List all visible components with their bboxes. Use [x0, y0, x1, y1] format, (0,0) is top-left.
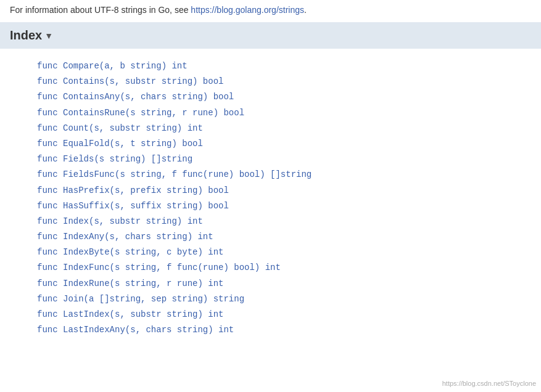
top-info-section: For information about UTF-8 strings in G… [0, 0, 541, 22]
index-header: Index ▼ [0, 22, 541, 49]
top-info-trailing: . [304, 5, 307, 15]
func-link[interactable]: func Index(s, substr string) int [37, 214, 541, 229]
func-link[interactable]: func Join(a []string, sep string) string [37, 292, 541, 307]
func-link[interactable]: func IndexFunc(s string, f func(rune) bo… [37, 260, 541, 276]
top-info-link[interactable]: https://blog.golang.org/strings [191, 5, 304, 15]
func-link[interactable]: func ContainsAny(s, chars string) bool [37, 89, 541, 105]
func-link[interactable]: func FieldsFunc(s string, f func(rune) b… [37, 167, 541, 182]
func-link[interactable]: func IndexRune(s string, r rune) int [37, 276, 541, 292]
index-arrow: ▼ [44, 31, 53, 41]
func-link[interactable]: func Compare(a, b string) int [37, 59, 541, 74]
func-link[interactable]: func IndexAny(s, chars string) int [37, 229, 541, 245]
func-link[interactable]: func Count(s, substr string) int [37, 121, 541, 136]
func-link[interactable]: func Contains(s, substr string) bool [37, 74, 541, 89]
top-info-text: For information about UTF-8 strings in G… [10, 5, 191, 15]
func-link[interactable]: func HasSuffix(s, suffix string) bool [37, 198, 541, 214]
func-link[interactable]: func EqualFold(s, t string) bool [37, 136, 541, 152]
index-list: func Compare(a, b string) intfunc Contai… [0, 49, 541, 348]
watermark: https://blog.csdn.net/SToyclone [442, 380, 536, 387]
func-link[interactable]: func IndexByte(s string, c byte) int [37, 245, 541, 260]
func-link[interactable]: func ContainsRune(s string, r rune) bool [37, 105, 541, 121]
func-link[interactable]: func HasPrefix(s, prefix string) bool [37, 183, 541, 198]
func-link[interactable]: func Fields(s string) []string [37, 152, 541, 167]
index-title: Index [10, 28, 42, 43]
func-link[interactable]: func LastIndexAny(s, chars string) int [37, 322, 541, 338]
func-link[interactable]: func LastIndex(s, substr string) int [37, 307, 541, 322]
